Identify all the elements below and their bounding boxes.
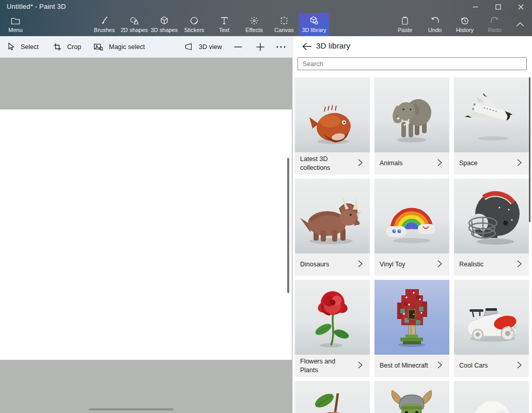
cursor-icon [7, 42, 15, 51]
tile-label-bar: Vinyl Toy [374, 253, 449, 276]
2d-shapes-icon [130, 16, 139, 25]
magic-select-icon [93, 43, 103, 51]
crop-icon [53, 43, 61, 51]
chevron-right-icon [436, 361, 443, 371]
actions-group: Paste Undo History Redo [390, 13, 510, 36]
canvas-horizontal-scrollbar[interactable] [89, 408, 174, 410]
tool-3d-library[interactable]: 3D library [299, 13, 329, 36]
tile-mannequin-head[interactable] [454, 381, 529, 413]
undo-icon [430, 16, 440, 25]
canvas-workspace [0, 58, 293, 413]
tile-label-bar: Animals [374, 152, 449, 174]
panel-title: 3D library [316, 41, 350, 51]
collapse-toolbar-button[interactable] [511, 13, 529, 36]
3d-library-icon [309, 16, 319, 25]
close-button[interactable] [509, 0, 532, 14]
drawing-canvas[interactable] [0, 109, 292, 360]
menu-button[interactable]: Menu [3, 13, 28, 36]
chevron-up-icon [516, 21, 524, 28]
chevron-right-icon [515, 260, 523, 270]
window-controls [464, 0, 532, 14]
tile-orc-figure[interactable] [374, 381, 449, 413]
brush-icon [100, 16, 109, 25]
back-arrow-icon [302, 45, 312, 53]
minimize-button[interactable] [464, 0, 487, 14]
tile-realistic[interactable]: Realistic [454, 179, 529, 276]
history-icon [460, 16, 470, 25]
maximize-icon [495, 4, 501, 10]
tile-best-of-minecraft[interactable]: Best of Minecraft [374, 280, 449, 377]
tile-animals[interactable]: Animals [374, 77, 449, 174]
redo-button[interactable]: Redo [480, 13, 510, 36]
undo-button[interactable]: Undo [420, 13, 450, 36]
more-options-button[interactable] [276, 36, 286, 57]
tile-label-bar: Dinosaurs [295, 253, 370, 276]
search-input[interactable] [298, 57, 527, 70]
canvas-vertical-scrollbar[interactable] [287, 158, 289, 293]
zoom-out-button[interactable] [233, 36, 243, 57]
tile-dinosaurs[interactable]: Dinosaurs [295, 179, 370, 276]
space-shuttle-model-image [454, 77, 529, 152]
tile-cool-cars[interactable]: Cool Cars [454, 280, 529, 377]
window-title: Untitled* - Paint 3D [7, 3, 66, 10]
tile-label-bar: Realistic [454, 253, 529, 276]
panel-scrollbar[interactable] [529, 77, 530, 222]
3d-shapes-icon [160, 16, 169, 25]
3d-library-panel: 3D library Latest 3D collections [293, 36, 532, 413]
triceratops-model-image [295, 179, 370, 253]
category-tiles: Latest 3D collections Animals [295, 77, 529, 413]
tool-stickers[interactable]: Stickers [179, 13, 209, 36]
white-car-model-image [454, 280, 529, 355]
titlebar: Untitled* - Paint 3D [0, 0, 532, 13]
tile-flowers-and-plants[interactable]: Flowers and Plants [295, 280, 370, 377]
text-icon [220, 16, 229, 25]
effects-icon [249, 16, 259, 25]
magic-select-button[interactable]: Magic select [93, 36, 145, 57]
chevron-right-icon [356, 158, 364, 169]
tool-2d-shapes[interactable]: 2D shapes [119, 13, 149, 36]
sticker-icon [190, 16, 199, 25]
panel-header: 3D library [293, 36, 532, 58]
menu-label: Menu [8, 27, 23, 33]
close-icon [518, 4, 524, 10]
history-button[interactable]: History [450, 13, 480, 36]
chevron-right-icon [356, 361, 364, 371]
football-helmet-model-image [454, 179, 529, 253]
crop-button[interactable]: Crop [53, 36, 81, 57]
tile-vinyl-toy[interactable]: Vinyl Toy [374, 179, 449, 276]
tile-apple[interactable] [295, 381, 370, 413]
maximize-button[interactable] [487, 0, 509, 14]
chevron-right-icon [436, 158, 443, 169]
tool-effects[interactable]: Effects [239, 13, 269, 36]
chevron-right-icon [436, 260, 443, 270]
elephant-model-image [374, 77, 449, 152]
tool-3d-shapes[interactable]: 3D shapes [149, 13, 179, 36]
tile-latest-3d-collections[interactable]: Latest 3D collections [295, 77, 370, 174]
canvas-toolbar: Select Crop Magic select 3D view [0, 36, 293, 58]
chevron-right-icon [515, 158, 523, 169]
paste-button[interactable]: Paste [390, 13, 420, 36]
tile-label-bar: Best of Minecraft [374, 355, 449, 377]
3d-view-button[interactable]: 3D view [184, 36, 222, 57]
plus-icon [256, 42, 265, 52]
tool-canvas[interactable]: Canvas [269, 13, 299, 36]
select-button[interactable]: Select [7, 36, 39, 57]
tool-text[interactable]: Text [209, 13, 239, 36]
ellipsis-icon [276, 45, 286, 49]
3d-view-icon [184, 43, 193, 51]
tools-group: Brushes 2D shapes 3D shapes Stickers Tex… [89, 13, 329, 36]
apple-model-image [295, 381, 370, 413]
app-header: Untitled* - Paint 3D Menu [0, 0, 532, 36]
rainbow-toy-model-image [374, 179, 449, 253]
tool-brushes[interactable]: Brushes [89, 13, 119, 36]
minimize-icon [473, 4, 478, 10]
tile-label-bar: Space [454, 152, 529, 174]
orc-figure-model-image [374, 381, 449, 413]
fish-model-image [295, 77, 370, 152]
zoom-in-button[interactable] [256, 36, 265, 57]
tile-label-bar: Flowers and Plants [295, 355, 370, 377]
back-button[interactable] [300, 40, 314, 54]
tile-space[interactable]: Space [454, 77, 529, 174]
chevron-right-icon [356, 260, 364, 270]
paste-icon [400, 16, 410, 25]
